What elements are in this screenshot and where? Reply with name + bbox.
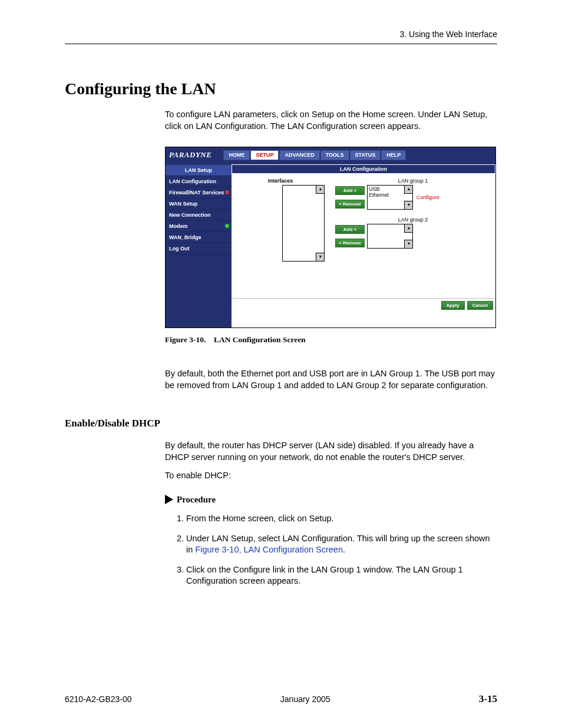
tab-help[interactable]: HELP (381, 150, 406, 160)
add-button-g1[interactable]: Add > (335, 186, 365, 195)
dhcp-para1: By default, the router has DHCP server (… (165, 440, 497, 463)
scroll-up-icon[interactable]: ▴ (404, 185, 413, 194)
step-2: Under LAN Setup, select LAN Configuratio… (186, 533, 497, 556)
scroll-down-icon[interactable]: ▾ (316, 253, 325, 262)
cancel-button[interactable]: Cancel (467, 301, 493, 310)
scroll-up-icon[interactable]: ▴ (316, 185, 325, 194)
figure-ref-link[interactable]: Figure 3-10, LAN Configuration Screen (195, 545, 343, 554)
status-dot-red-icon (225, 190, 229, 194)
dhcp-subheading: Enable/Disable DHCP (65, 418, 497, 429)
scroll-down-icon[interactable]: ▾ (404, 201, 413, 210)
sidebar-item-lan-config[interactable]: LAN Configuration (166, 176, 232, 187)
panel-title: LAN Configuration (232, 165, 495, 173)
header-rule (65, 44, 497, 44)
sidebar-item-wan-bridge[interactable]: WAN_Bridge (166, 232, 232, 243)
figure-caption: Figure 3-10. LAN Configuration Screen (165, 335, 497, 345)
after-figure-para: By default, both the Ethernet port and U… (165, 368, 497, 391)
sidebar: LAN Setup LAN Configuration Firewall/NAT… (166, 163, 232, 327)
panel-footer: Apply Cancel (232, 298, 495, 312)
intro-paragraph: To configure LAN parameters, click on Se… (165, 109, 497, 132)
step-1: From the Home screen, click on Setup. (186, 513, 497, 525)
procedure-arrow-icon (165, 495, 173, 504)
scroll-down-icon[interactable]: ▾ (404, 240, 413, 249)
tab-home[interactable]: HOME (223, 150, 250, 160)
screenshot-topbar: PARADYNE HOME SETUP ADVANCED TOOLS STATU… (166, 147, 495, 163)
footer-date: January 2005 (280, 694, 330, 704)
tab-status[interactable]: STATUS (350, 150, 381, 160)
configure-link-g1[interactable]: Configure (415, 194, 439, 200)
interfaces-listbox[interactable]: ▴ ▾ (282, 185, 325, 262)
figure-title: LAN Configuration Screen (214, 335, 306, 344)
apply-button[interactable]: Apply (441, 301, 465, 310)
figure-number: Figure 3-10. (165, 335, 206, 344)
group2-title: LAN group 2 (335, 217, 491, 223)
main-panel: LAN Configuration Interfaces ▴ ▾ LAN gro… (232, 163, 495, 327)
remove-button-g1[interactable]: < Remove (335, 200, 365, 209)
tab-tools[interactable]: TOOLS (320, 150, 349, 160)
sidebar-item-wan-setup[interactable]: WAN Setup (166, 198, 232, 210)
procedure-list: From the Home screen, click on Setup. Un… (176, 513, 497, 587)
group1-title: LAN group 1 (335, 178, 491, 184)
dhcp-para2: To enable DHCP: (165, 470, 497, 482)
footer-doc-id: 6210-A2-GB23-00 (65, 694, 132, 704)
sidebar-item-new-connection[interactable]: New Connection (166, 210, 232, 221)
procedure-label: Procedure (177, 495, 216, 505)
sidebar-item-modem[interactable]: Modem (166, 221, 232, 232)
sidebar-item-firewall[interactable]: Firewall/NAT Services (166, 187, 232, 198)
interfaces-label: Interfaces (236, 178, 325, 184)
remove-button-g2[interactable]: < Remove (335, 239, 365, 247)
brand-logo: PARADYNE (169, 150, 223, 160)
group2-listbox[interactable]: ▴ ▾ (367, 224, 413, 249)
procedure-heading: Procedure (165, 495, 497, 505)
sidebar-item-logout[interactable]: Log Out (166, 243, 232, 254)
footer-page-num: 3-15 (479, 693, 497, 705)
page-footer: 6210-A2-GB23-00 January 2005 3-15 (65, 693, 497, 705)
group1-listbox[interactable]: USB Ethernet ▴ ▾ (367, 185, 413, 210)
scroll-up-icon[interactable]: ▴ (404, 224, 413, 233)
add-button-g2[interactable]: Add > (335, 225, 365, 234)
status-dot-green-icon (225, 224, 229, 228)
header-section: 3. Using the Web Interface (65, 29, 497, 41)
step-3: Click on the Configure link in the LAN G… (186, 564, 497, 587)
page-title: Configuring the LAN (65, 80, 497, 98)
tab-advanced[interactable]: ADVANCED (279, 150, 319, 160)
sidebar-header: LAN Setup (166, 165, 232, 176)
lan-config-screenshot: PARADYNE HOME SETUP ADVANCED TOOLS STATU… (165, 147, 496, 328)
tab-setup[interactable]: SETUP (250, 150, 279, 160)
